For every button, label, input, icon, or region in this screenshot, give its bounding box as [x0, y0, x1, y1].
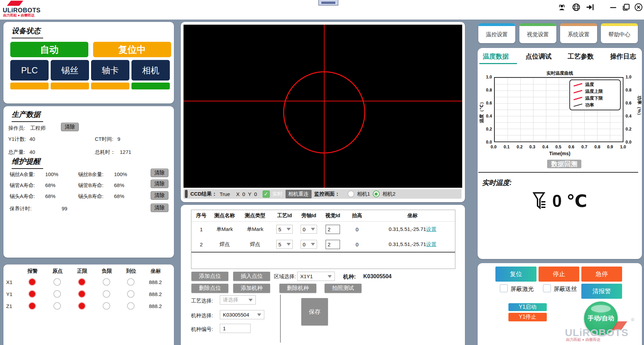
realtime-checkbox[interactable]: ✓ — [263, 190, 270, 198]
clear-operator-button[interactable]: 清除 — [61, 123, 79, 131]
camera-view[interactable] — [184, 25, 462, 188]
module-camera-button[interactable]: 相机 — [131, 60, 170, 81]
module-plc-button[interactable]: PLC — [10, 60, 49, 81]
mode-resetting-button[interactable]: 复位中 — [93, 42, 171, 57]
xtick: 0.8 — [594, 145, 600, 149]
delete-model-button[interactable]: 删除机种 — [279, 284, 316, 293]
exit-icon[interactable] — [585, 3, 594, 12]
help-center-button[interactable]: 帮助中心 — [601, 23, 638, 43]
model-no-input[interactable]: 1 — [220, 324, 251, 333]
clear-timer-button[interactable]: 清除 — [151, 204, 168, 212]
side-axis-id-select[interactable]: 0 — [301, 225, 317, 234]
y1-pos-limit-dot — [78, 290, 86, 298]
point-row-2[interactable]: 2 焊点 焊点 5 0 2 0 0.31,5.51,-25.71设置 — [191, 237, 455, 252]
area-select-label: 区域选择: — [274, 273, 296, 280]
stop-button[interactable]: 停止 — [539, 267, 579, 282]
system-settings-button[interactable]: 系统设置 — [560, 23, 597, 43]
tube-a-value: 68% — [45, 182, 55, 188]
mask-laser-checkbox[interactable] — [500, 284, 508, 292]
minimize-icon[interactable] — [609, 3, 618, 12]
hdr-coord: 坐标 — [369, 212, 456, 219]
camera2-radio[interactable] — [373, 190, 380, 197]
vision-settings-button[interactable]: 视觉设置 — [519, 23, 556, 43]
title-underline — [12, 168, 43, 169]
clear-wire-button[interactable]: 清除 — [151, 169, 168, 177]
insert-point-button[interactable]: 插入点位 — [233, 272, 270, 281]
title-underline — [12, 121, 43, 122]
vision-id-input[interactable]: 2 — [326, 240, 340, 249]
monitor-label: 监控画面： — [314, 191, 340, 197]
mask-wire-checkbox[interactable] — [543, 284, 551, 292]
close-icon[interactable] — [634, 3, 643, 12]
total-time-label: 总耗时： — [95, 149, 115, 156]
add-point-button[interactable]: 添加点位 — [191, 272, 228, 281]
add-model-button[interactable]: 添加机种 — [233, 284, 270, 293]
vision-id-input[interactable]: 2 — [326, 225, 340, 234]
cell-name: 焊点 — [211, 241, 238, 248]
cell-type: 单Mark — [238, 226, 272, 233]
xtick: 1.0 — [620, 145, 626, 149]
temp-control-settings-button[interactable]: 温控设置 — [478, 23, 515, 43]
maintenance-timer-value: 99 — [62, 206, 67, 211]
y1-in-place-dot — [127, 290, 135, 298]
set-coord-link[interactable]: 设置 — [426, 241, 437, 247]
x1-pos-limit-dot — [78, 278, 86, 286]
active-tab-underline — [479, 63, 517, 64]
module-solder-wire-button[interactable]: 锡丝 — [51, 60, 89, 81]
reset-button[interactable]: 复位 — [495, 267, 536, 282]
point-row-1[interactable]: 1 单Mark 单Mark 5 0 2 0 0.31,5.51,-25.71设置 — [191, 222, 455, 237]
tip-a-label: 锡头A寿命: — [10, 193, 35, 200]
xtick: 0.6 — [568, 145, 574, 149]
chevron-down-icon — [311, 228, 315, 231]
z1-neg-limit-dot — [103, 302, 110, 310]
photo-test-button[interactable]: 拍照测试 — [325, 284, 362, 293]
y1-start-button[interactable]: Y1启动 — [508, 303, 547, 311]
clear-tube-button[interactable]: 清除 — [151, 180, 168, 188]
mode-auto-button[interactable]: 自动 — [10, 42, 88, 57]
model-select[interactable]: K03005504 — [220, 310, 264, 319]
tip-b-value: 68% — [114, 193, 124, 199]
z1-alarm-dot — [28, 302, 36, 310]
card-stripe — [601, 23, 638, 26]
set-coord-link[interactable]: 设置 — [426, 226, 437, 232]
tab-process-params[interactable]: 工艺参数 — [568, 52, 594, 61]
z1-pos-limit-dot — [78, 302, 86, 310]
x1-in-place-dot — [127, 278, 135, 286]
brand-tagline: 由力而起 ● 由善而达 — [3, 13, 35, 18]
ccd-x-value: 0 — [242, 191, 245, 197]
tip-a-value: 68% — [45, 193, 55, 199]
clear-tip-button[interactable]: 清除 — [151, 191, 168, 200]
ccd-y-value: 0 — [254, 191, 257, 197]
area-select[interactable]: X1Y1 — [297, 272, 335, 281]
xtick: 0.5 — [555, 145, 561, 149]
process-select[interactable]: 请选择 — [220, 295, 256, 305]
process-id-select[interactable]: 5 — [276, 225, 293, 234]
process-id-select[interactable]: 5 — [276, 240, 293, 249]
legend-line-red — [573, 90, 582, 93]
module-axis-card-button[interactable]: 轴卡 — [91, 60, 129, 81]
estop-button[interactable]: 急停 — [581, 267, 622, 282]
tip-b-label: 锡头B寿命: — [78, 193, 103, 200]
restore-icon[interactable] — [622, 3, 631, 12]
side-axis-id-select[interactable]: 0 — [301, 240, 317, 249]
tab-point-debug[interactable]: 点位调试 — [526, 52, 552, 61]
customer-service-icon[interactable] — [557, 3, 566, 12]
ccd-result-label: CCD结果： — [190, 191, 217, 197]
tab-temperature-data[interactable]: 温度数据 — [483, 52, 509, 61]
cell-no: 2 — [191, 242, 211, 247]
globe-icon[interactable] — [572, 3, 581, 12]
logo-parallelogram-icon — [7, 1, 23, 6]
delete-point-button[interactable]: 删除点位 — [191, 284, 228, 293]
y1-stop-button[interactable]: Y1停止 — [508, 313, 547, 321]
data-backtrack-button[interactable]: 数据回溯 — [547, 160, 581, 168]
camera1-radio[interactable] — [348, 190, 354, 197]
save-button[interactable]: 保存 — [301, 298, 328, 325]
x-axis-label: Time(ms) — [478, 151, 642, 156]
col-origin: 原点 — [52, 268, 63, 274]
window-handle-widget[interactable] — [318, 0, 338, 5]
camera2-label: 相机2 — [382, 191, 395, 197]
camera-reconnect-button[interactable]: 相机重连 — [286, 190, 312, 198]
tab-operation-log[interactable]: 操作日志 — [610, 52, 636, 61]
wire-b-value: 100% — [114, 171, 127, 177]
clear-alarm-button[interactable]: 清报警 — [581, 284, 622, 299]
